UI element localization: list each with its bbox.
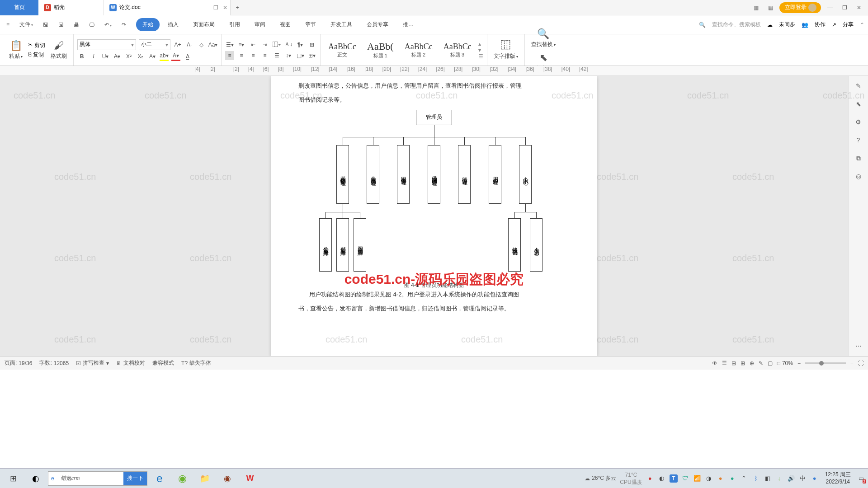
style-h2[interactable]: AaBbCc标题 2 (401, 40, 437, 61)
login-button[interactable]: 立即登录 (779, 2, 821, 13)
hamburger-icon[interactable]: ≡ (4, 20, 12, 30)
tab-more[interactable]: 推… (396, 18, 420, 31)
tray-icon-7[interactable]: ● (717, 474, 725, 483)
char-border-icon[interactable]: A̲ (183, 52, 192, 61)
pencil-icon[interactable]: ✎ (853, 80, 864, 91)
explorer-icon[interactable]: 📁 (194, 469, 215, 488)
shading-button[interactable]: ◫▾ (296, 51, 305, 60)
superscript-button[interactable]: X² (124, 52, 133, 61)
compat-mode[interactable]: 兼容模式 (152, 359, 174, 367)
paste-button[interactable]: 📋 粘贴 (6, 38, 25, 62)
page-indicator[interactable]: 页面: 19/36 (5, 359, 32, 367)
zoom-slider[interactable] (805, 362, 846, 364)
tab-dev[interactable]: 开发工具 (324, 18, 359, 31)
tab-document[interactable]: W 论文.doc ❐ ✕ (104, 0, 231, 15)
line-spacing-button[interactable]: ↕▾ (284, 51, 293, 60)
restore-button[interactable]: ❐ (839, 2, 850, 13)
show-marks-icon[interactable]: ¶▾ (296, 40, 305, 49)
taskbar-search[interactable]: e 销氪crm 搜一下 (48, 471, 147, 486)
find-replace-button[interactable]: 🔍 查找替换 (528, 26, 558, 50)
asian-layout-icon[interactable]: ⿲▾ (272, 40, 281, 49)
missing-font[interactable]: T? 缺失字体 (181, 359, 211, 367)
tray-shield-icon[interactable]: 🛡 (681, 474, 689, 483)
tray-icon-11[interactable]: ↓ (775, 474, 783, 483)
tray-browser-icon[interactable]: ● (811, 474, 819, 483)
read-view-icon[interactable]: ☰ (722, 360, 727, 366)
cloud-icon[interactable]: ☁ (767, 22, 773, 28)
search-icon[interactable]: 🔍 (699, 22, 706, 28)
distribute-button[interactable]: ☰ (272, 51, 281, 60)
search-hint[interactable]: 查找命令、搜索模板 (712, 21, 761, 28)
tab-member[interactable]: 会员专享 (360, 18, 395, 31)
tab-home[interactable]: 首页 (0, 0, 38, 15)
grid-apps-icon[interactable]: ▦ (765, 2, 776, 13)
cut-button[interactable]: ✂剪切 (28, 42, 45, 49)
tray-icon-1[interactable]: ● (646, 474, 654, 483)
indent-right-button[interactable]: ⇥ (260, 40, 269, 49)
pointer-icon[interactable]: ⬉ (853, 99, 864, 109)
tab-view[interactable]: 视图 (274, 18, 297, 31)
text-layout-button[interactable]: ⿲ 文字排版 (491, 38, 521, 62)
file-menu[interactable]: 文件 (17, 19, 36, 30)
eye-icon[interactable]: 👁 (712, 360, 717, 366)
tray-icon-10[interactable]: ◧ (764, 474, 772, 483)
help-icon[interactable]: ? (853, 135, 864, 145)
sliders-icon[interactable]: ⚙ (853, 117, 864, 127)
notifications-icon[interactable]: ▭2 (857, 474, 865, 483)
tab-insert[interactable]: 插入 (161, 18, 185, 31)
print-preview-icon[interactable]: 🖵 (86, 20, 97, 30)
collab-label[interactable]: 协作 (815, 21, 826, 28)
app-mask-icon[interactable]: ◉ (217, 469, 238, 488)
zoom-out-button[interactable]: − (797, 360, 801, 366)
tab-stop-icon[interactable]: ⊞ (307, 40, 316, 49)
start-button[interactable]: ⊞ (3, 469, 24, 488)
search-input[interactable]: 销氪crm (57, 474, 123, 482)
location-icon[interactable]: ◎ (853, 171, 864, 182)
increase-font-icon[interactable]: A+ (173, 40, 182, 49)
font-family-select[interactable]: 黑体▾ (77, 39, 136, 50)
align-center-button[interactable]: ≡ (237, 51, 246, 60)
tray-icon-2[interactable]: ◐ (658, 474, 666, 483)
zoom-in-button[interactable]: + (850, 360, 854, 366)
minimize-button[interactable]: — (825, 2, 835, 13)
clear-format-icon[interactable]: ◇ (197, 40, 206, 49)
save-as-icon[interactable]: 🖫 (56, 20, 66, 30)
copy-button[interactable]: ⎘复制 (28, 51, 45, 59)
chevron-up-icon[interactable]: ▴ (478, 41, 483, 47)
tray-chevron-icon[interactable]: ⌃ (740, 474, 748, 483)
share-label[interactable]: 分享 (843, 21, 854, 28)
align-right-button[interactable]: ≡ (249, 51, 258, 60)
redo-button[interactable]: ↷ (119, 20, 129, 30)
bullets-button[interactable]: ☰▾ (225, 40, 234, 49)
numbering-button[interactable]: ≡▾ (237, 40, 246, 49)
web-view-icon[interactable]: ⊞ (741, 360, 745, 366)
tab-review[interactable]: 审阅 (248, 18, 272, 31)
bold-button[interactable]: B (77, 52, 86, 61)
align-left-button[interactable]: ≡ (225, 51, 234, 60)
chevron-down-icon[interactable]: ▾ (478, 47, 483, 53)
globe-icon[interactable]: ⊕ (750, 360, 754, 366)
change-case-icon[interactable]: Aa▾ (208, 40, 217, 49)
tab-chapter[interactable]: 章节 (299, 18, 322, 31)
tab-refs[interactable]: 引用 (223, 18, 246, 31)
fullscreen-icon[interactable]: ⛶ (858, 360, 863, 366)
tray-bluetooth-icon[interactable]: ᛒ (752, 474, 760, 483)
ime-indicator[interactable]: 中 (799, 474, 807, 483)
more-icon[interactable]: ⋯ (853, 341, 864, 352)
search-submit-button[interactable]: 搜一下 (123, 472, 147, 485)
screenshot-icon[interactable]: ⧉ (853, 153, 864, 164)
subscript-button[interactable]: X₂ (136, 52, 145, 61)
sort-icon[interactable]: Ａ↓ (284, 40, 293, 49)
close-icon[interactable]: ✕ (223, 5, 227, 11)
collab-icon[interactable]: 👥 (802, 22, 808, 28)
tray-icon-6[interactable]: ◑ (705, 474, 713, 483)
style-h3[interactable]: AaBbCc标题 3 (439, 40, 476, 61)
tray-icon-8[interactable]: ● (728, 474, 736, 483)
tab-docker[interactable]: D 稻壳 (38, 0, 104, 15)
tab-start[interactable]: 开始 (136, 18, 160, 31)
mini-toolbar-icon[interactable]: ▥ (750, 2, 761, 13)
spellcheck-button[interactable]: ☑拼写检查 ▾ (76, 359, 109, 367)
zoom-label[interactable]: □ 70% (777, 360, 793, 366)
tray-icon-3[interactable]: T (670, 474, 678, 483)
document-page[interactable]: 删改查图书信息，公告信息，用户信息，管理用户留言，查看图书借阅排行报表，管理 图… (271, 76, 597, 356)
